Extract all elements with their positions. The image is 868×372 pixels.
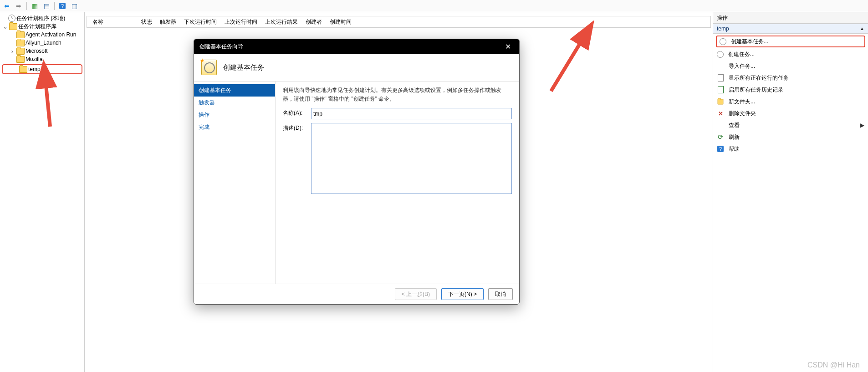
folder-icon — [718, 99, 724, 104]
tree-root[interactable]: 任务计划程序 (本地) — [0, 14, 84, 22]
action-import-task[interactable]: 导入任务... — [713, 60, 868, 72]
list-header: 名称 状态 触发器 下次运行时间 上次运行时间 上次运行结果 创建者 创建时间 — [87, 16, 711, 28]
action-label: 查看 — [729, 122, 740, 129]
chevron-right-icon: ▶ — [860, 122, 864, 128]
action-enable-history[interactable]: 启用所有任务历史记录 — [713, 84, 868, 96]
chevron-right-icon[interactable]: › — [9, 48, 15, 55]
action-create-basic-task[interactable]: 创建基本任务... — [716, 36, 865, 47]
wizard-titlebar[interactable]: 创建基本任务向导 ✕ — [194, 39, 519, 54]
action-label: 导入任务... — [729, 62, 755, 70]
action-label: 新文件夹... — [729, 98, 755, 106]
folder-icon — [16, 31, 25, 38]
action-label: 删除文件夹 — [729, 110, 756, 117]
blank-icon — [717, 122, 724, 129]
col-created[interactable]: 创建时间 — [328, 18, 357, 26]
create-basic-task-wizard: 创建基本任务向导 ✕ 创建基本任务 创建基本任务 触发器 操作 完成 利用该向导… — [194, 39, 520, 305]
actions-group-label: temp — [717, 25, 729, 32]
action-delete-folder[interactable]: ✕ 删除文件夹 — [713, 107, 868, 119]
chevron-down-icon[interactable]: ⌄ — [2, 23, 8, 30]
wizard-step-action[interactable]: 操作 — [194, 109, 275, 121]
document-icon — [718, 74, 724, 82]
action-label: 创建基本任务... — [731, 38, 768, 46]
toolbar: ⬅ ➡ ▦ ▤ ? ▥ — [0, 0, 868, 12]
help-icon: ? — [717, 146, 724, 152]
col-nextrun[interactable]: 下次运行时间 — [182, 18, 223, 26]
col-trigger[interactable]: 触发器 — [158, 18, 182, 26]
watermark: CSDN @Hi Han — [807, 361, 860, 369]
col-status[interactable]: 状态 — [139, 18, 158, 26]
forward-button[interactable]: ➡ — [14, 1, 24, 11]
clock-icon — [717, 51, 724, 58]
folder-icon — [9, 23, 17, 30]
action-refresh[interactable]: ⟳ 刷新 — [713, 131, 868, 143]
col-author[interactable]: 创建者 — [304, 18, 328, 26]
document-green-icon — [718, 86, 724, 93]
actions-pane: 操作 temp ▲ 创建基本任务... 创建任务... 导入任务... — [713, 12, 868, 372]
action-label: 创建任务... — [728, 51, 755, 58]
refresh-icon: ⟳ — [717, 133, 724, 141]
console-tree-button[interactable]: ▦ — [30, 1, 40, 11]
folder-icon — [16, 56, 25, 63]
action-label: 启用所有任务历史记录 — [729, 86, 783, 94]
back-button[interactable]: ⬅ — [2, 1, 12, 11]
tree-item[interactable]: Aliyun_Launch — [0, 39, 84, 47]
action-help[interactable]: ? 帮助 — [713, 143, 868, 155]
action-new-folder[interactable]: 新文件夹... — [713, 96, 868, 107]
back-button: < 上一步(B) — [395, 288, 437, 300]
tree-item-label: Mozilla — [26, 56, 42, 62]
folder-icon — [16, 40, 25, 46]
wizard-step-finish[interactable]: 完成 — [194, 121, 275, 133]
wizard-footer: < 上一步(B) 下一页(N) > 取消 — [194, 284, 519, 304]
wizard-banner-label: 创建基本任务 — [223, 63, 264, 72]
collapse-icon[interactable]: ▲ — [860, 26, 864, 31]
tree-item-label: Microsoft — [26, 48, 48, 54]
next-button[interactable]: 下一页(N) > — [441, 288, 484, 300]
action-label: 显示所有正在运行的任务 — [729, 74, 789, 82]
name-label: 名称(A): — [283, 108, 307, 117]
tree-root-label: 任务计划程序 (本地) — [16, 15, 65, 22]
tree-item-label: temp — [28, 66, 41, 72]
col-lastrun[interactable]: 上次运行时间 — [223, 18, 263, 26]
tree-item[interactable]: › Microsoft — [0, 47, 84, 55]
action-label: 刷新 — [729, 133, 740, 141]
export-button[interactable]: ▥ — [69, 1, 79, 11]
navigation-tree: 任务计划程序 (本地) ⌄ 任务计划程序库 Agent Activation R… — [0, 12, 85, 372]
col-name[interactable]: 名称 — [91, 18, 139, 26]
close-button[interactable]: ✕ — [502, 42, 514, 51]
wizard-banner: 创建基本任务 — [194, 54, 519, 82]
action-create-task[interactable]: 创建任务... — [713, 48, 868, 60]
name-input[interactable] — [311, 108, 512, 119]
action-view[interactable]: 查看 ▶ — [713, 119, 868, 131]
folder-icon — [16, 48, 25, 55]
wizard-hint: 利用该向导快速地为常见任务创建计划。有关更多高级选项或设置，例如多任务操作或触发… — [283, 86, 512, 103]
wizard-step-basic[interactable]: 创建基本任务 — [194, 84, 275, 97]
clock-icon — [720, 38, 726, 45]
actions-group-header[interactable]: temp ▲ — [713, 24, 868, 34]
col-lastresult[interactable]: 上次运行结果 — [263, 18, 304, 26]
tree-item-temp[interactable]: temp — [3, 65, 82, 73]
cancel-button[interactable]: 取消 — [488, 288, 513, 300]
action-show-running[interactable]: 显示所有正在运行的任务 — [713, 72, 868, 84]
tree-item-label: Aliyun_Launch — [26, 40, 61, 46]
properties-button[interactable]: ▤ — [41, 1, 51, 11]
wizard-step-trigger[interactable]: 触发器 — [194, 97, 275, 109]
import-icon — [717, 62, 724, 70]
clock-icon — [8, 15, 15, 22]
help-button[interactable]: ? — [57, 1, 67, 11]
desc-textarea[interactable] — [311, 123, 512, 194]
x-icon: ✕ — [717, 110, 724, 117]
wizard-banner-icon — [201, 60, 217, 75]
wizard-title-label: 创建基本任务向导 — [199, 43, 243, 51]
actions-title: 操作 — [713, 12, 868, 24]
tree-item[interactable]: Mozilla — [0, 55, 84, 63]
tree-library-label: 任务计划程序库 — [18, 23, 56, 31]
folder-icon — [19, 66, 27, 73]
tree-library[interactable]: ⌄ 任务计划程序库 — [0, 22, 84, 31]
wizard-form: 利用该向导快速地为常见任务创建计划。有关更多高级选项或设置，例如多任务操作或触发… — [276, 82, 519, 284]
tree-item[interactable]: Agent Activation Run — [0, 31, 84, 39]
wizard-nav: 创建基本任务 触发器 操作 完成 — [194, 82, 276, 284]
tree-item-label: Agent Activation Run — [26, 31, 76, 38]
desc-label: 描述(D): — [283, 123, 307, 132]
action-label: 帮助 — [729, 145, 740, 153]
